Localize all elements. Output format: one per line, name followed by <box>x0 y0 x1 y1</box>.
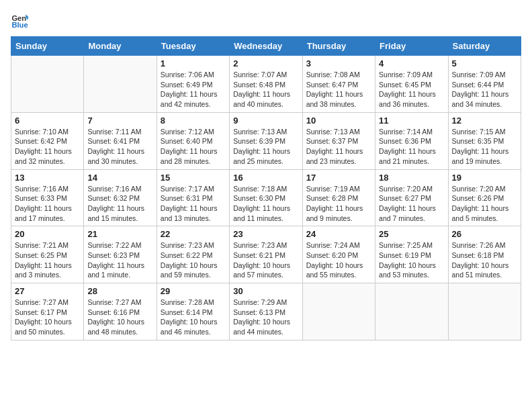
calendar-day-cell: 3Sunrise: 7:08 AMSunset: 6:47 PMDaylight… <box>302 56 375 113</box>
day-number: 30 <box>233 286 298 296</box>
day-info: Sunrise: 7:13 AMSunset: 6:39 PMDaylight:… <box>233 127 298 167</box>
day-number: 24 <box>306 229 371 239</box>
calendar-day-cell: 17Sunrise: 7:19 AMSunset: 6:28 PMDayligh… <box>302 169 375 226</box>
day-info: Sunrise: 7:16 AMSunset: 6:32 PMDaylight:… <box>87 184 152 224</box>
day-number: 17 <box>306 173 371 183</box>
calendar-day-cell: 30Sunrise: 7:29 AMSunset: 6:13 PMDayligh… <box>230 283 302 340</box>
day-info: Sunrise: 7:24 AMSunset: 6:20 PMDaylight:… <box>306 240 371 280</box>
day-number: 12 <box>452 116 517 126</box>
week-row: 13Sunrise: 7:16 AMSunset: 6:33 PMDayligh… <box>11 169 521 226</box>
week-row: 27Sunrise: 7:27 AMSunset: 6:17 PMDayligh… <box>11 283 521 340</box>
calendar-day-cell: 26Sunrise: 7:26 AMSunset: 6:18 PMDayligh… <box>448 226 521 283</box>
logo: Gen Blue <box>11 11 32 30</box>
calendar-table: SundayMondayTuesdayWednesdayThursdayFrid… <box>11 36 521 340</box>
day-info: Sunrise: 7:12 AMSunset: 6:40 PMDaylight:… <box>161 127 226 167</box>
day-number: 9 <box>233 116 298 126</box>
calendar-day-cell: 1Sunrise: 7:06 AMSunset: 6:49 PMDaylight… <box>157 56 229 113</box>
day-info: Sunrise: 7:20 AMSunset: 6:26 PMDaylight:… <box>452 184 517 224</box>
calendar-day-cell: 5Sunrise: 7:09 AMSunset: 6:44 PMDaylight… <box>448 56 521 113</box>
day-info: Sunrise: 7:07 AMSunset: 6:48 PMDaylight:… <box>233 70 298 109</box>
calendar-day-cell: 27Sunrise: 7:27 AMSunset: 6:17 PMDayligh… <box>11 283 84 340</box>
day-info: Sunrise: 7:06 AMSunset: 6:49 PMDaylight:… <box>161 70 226 109</box>
calendar-day-cell: 15Sunrise: 7:17 AMSunset: 6:31 PMDayligh… <box>157 169 229 226</box>
day-number: 20 <box>15 229 80 239</box>
day-number: 3 <box>306 58 371 68</box>
calendar-day-cell <box>11 56 84 113</box>
day-number: 16 <box>233 173 298 183</box>
day-number: 6 <box>15 116 80 126</box>
day-of-week-header: Monday <box>84 37 157 56</box>
day-number: 22 <box>161 229 226 239</box>
page-header: Gen Blue <box>11 11 521 30</box>
day-number: 15 <box>161 173 226 183</box>
calendar-day-cell <box>302 283 375 340</box>
day-number: 14 <box>87 173 152 183</box>
calendar-day-cell: 25Sunrise: 7:25 AMSunset: 6:19 PMDayligh… <box>375 226 448 283</box>
day-number: 11 <box>379 116 444 126</box>
day-info: Sunrise: 7:09 AMSunset: 6:44 PMDaylight:… <box>452 70 517 109</box>
day-info: Sunrise: 7:20 AMSunset: 6:27 PMDaylight:… <box>379 184 444 224</box>
week-row: 20Sunrise: 7:21 AMSunset: 6:25 PMDayligh… <box>11 226 521 283</box>
day-info: Sunrise: 7:17 AMSunset: 6:31 PMDaylight:… <box>161 184 226 224</box>
calendar-day-cell: 2Sunrise: 7:07 AMSunset: 6:48 PMDaylight… <box>230 56 302 113</box>
day-number: 21 <box>87 229 152 239</box>
day-info: Sunrise: 7:29 AMSunset: 6:13 PMDaylight:… <box>233 298 298 337</box>
calendar-day-cell: 24Sunrise: 7:24 AMSunset: 6:20 PMDayligh… <box>302 226 375 283</box>
day-number: 26 <box>452 229 517 239</box>
day-info: Sunrise: 7:28 AMSunset: 6:14 PMDaylight:… <box>161 298 226 337</box>
day-info: Sunrise: 7:27 AMSunset: 6:16 PMDaylight:… <box>87 298 152 337</box>
calendar-day-cell: 11Sunrise: 7:14 AMSunset: 6:36 PMDayligh… <box>375 112 448 169</box>
calendar-day-cell: 13Sunrise: 7:16 AMSunset: 6:33 PMDayligh… <box>11 169 84 226</box>
day-of-week-header: Sunday <box>11 37 84 56</box>
day-number: 10 <box>306 116 371 126</box>
day-number: 13 <box>15 173 80 183</box>
calendar-day-cell: 20Sunrise: 7:21 AMSunset: 6:25 PMDayligh… <box>11 226 84 283</box>
calendar-day-cell: 4Sunrise: 7:09 AMSunset: 6:45 PMDaylight… <box>375 56 448 113</box>
calendar-day-cell: 12Sunrise: 7:15 AMSunset: 6:35 PMDayligh… <box>448 112 521 169</box>
calendar-day-cell: 9Sunrise: 7:13 AMSunset: 6:39 PMDaylight… <box>230 112 302 169</box>
calendar-day-cell: 16Sunrise: 7:18 AMSunset: 6:30 PMDayligh… <box>230 169 302 226</box>
day-info: Sunrise: 7:09 AMSunset: 6:45 PMDaylight:… <box>379 70 444 109</box>
day-number: 7 <box>87 116 152 126</box>
day-info: Sunrise: 7:08 AMSunset: 6:47 PMDaylight:… <box>306 70 371 109</box>
day-of-week-header: Tuesday <box>157 37 229 56</box>
day-info: Sunrise: 7:21 AMSunset: 6:25 PMDaylight:… <box>15 240 80 280</box>
day-number: 5 <box>452 58 517 68</box>
day-number: 28 <box>87 286 152 296</box>
day-info: Sunrise: 7:14 AMSunset: 6:36 PMDaylight:… <box>379 127 444 167</box>
calendar-day-cell: 14Sunrise: 7:16 AMSunset: 6:32 PMDayligh… <box>84 169 157 226</box>
calendar-day-cell: 10Sunrise: 7:13 AMSunset: 6:37 PMDayligh… <box>302 112 375 169</box>
calendar-day-cell <box>84 56 157 113</box>
day-number: 1 <box>161 58 226 68</box>
svg-text:Blue: Blue <box>11 21 28 29</box>
calendar-day-cell: 29Sunrise: 7:28 AMSunset: 6:14 PMDayligh… <box>157 283 229 340</box>
day-info: Sunrise: 7:10 AMSunset: 6:42 PMDaylight:… <box>15 127 80 167</box>
day-info: Sunrise: 7:13 AMSunset: 6:37 PMDaylight:… <box>306 127 371 167</box>
day-info: Sunrise: 7:23 AMSunset: 6:22 PMDaylight:… <box>161 240 226 280</box>
day-number: 29 <box>161 286 226 296</box>
calendar-day-cell: 8Sunrise: 7:12 AMSunset: 6:40 PMDaylight… <box>157 112 229 169</box>
calendar-day-cell: 7Sunrise: 7:11 AMSunset: 6:41 PMDaylight… <box>84 112 157 169</box>
day-info: Sunrise: 7:25 AMSunset: 6:19 PMDaylight:… <box>379 240 444 280</box>
day-info: Sunrise: 7:26 AMSunset: 6:18 PMDaylight:… <box>452 240 517 280</box>
day-number: 18 <box>379 173 444 183</box>
day-info: Sunrise: 7:27 AMSunset: 6:17 PMDaylight:… <box>15 298 80 337</box>
day-number: 19 <box>452 173 517 183</box>
day-of-week-header: Friday <box>375 37 448 56</box>
day-info: Sunrise: 7:11 AMSunset: 6:41 PMDaylight:… <box>87 127 152 167</box>
day-number: 27 <box>15 286 80 296</box>
calendar-day-cell <box>448 283 521 340</box>
day-info: Sunrise: 7:19 AMSunset: 6:28 PMDaylight:… <box>306 184 371 224</box>
day-info: Sunrise: 7:22 AMSunset: 6:23 PMDaylight:… <box>87 240 152 280</box>
calendar-day-cell: 23Sunrise: 7:23 AMSunset: 6:21 PMDayligh… <box>230 226 302 283</box>
calendar-day-cell: 22Sunrise: 7:23 AMSunset: 6:22 PMDayligh… <box>157 226 229 283</box>
day-info: Sunrise: 7:15 AMSunset: 6:35 PMDaylight:… <box>452 127 517 167</box>
logo-icon: Gen Blue <box>11 11 30 30</box>
day-of-week-header: Saturday <box>448 37 521 56</box>
day-info: Sunrise: 7:16 AMSunset: 6:33 PMDaylight:… <box>15 184 80 224</box>
day-info: Sunrise: 7:18 AMSunset: 6:30 PMDaylight:… <box>233 184 298 224</box>
calendar-day-cell: 28Sunrise: 7:27 AMSunset: 6:16 PMDayligh… <box>84 283 157 340</box>
calendar-day-cell: 18Sunrise: 7:20 AMSunset: 6:27 PMDayligh… <box>375 169 448 226</box>
calendar-day-cell: 19Sunrise: 7:20 AMSunset: 6:26 PMDayligh… <box>448 169 521 226</box>
calendar-day-cell <box>375 283 448 340</box>
